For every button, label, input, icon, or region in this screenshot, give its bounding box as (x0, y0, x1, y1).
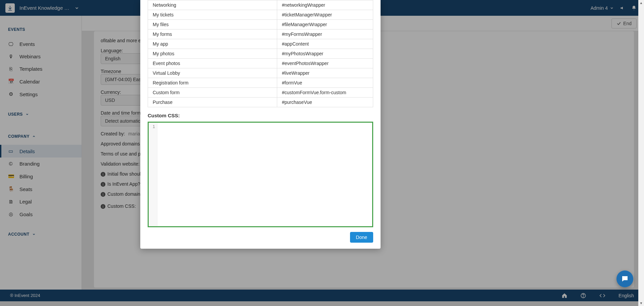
table-row: Registration form#formVue (148, 78, 373, 88)
table-cell-key: My photos (148, 49, 277, 59)
table-cell-key: My app (148, 39, 277, 49)
table-cell-key: Networking (148, 0, 277, 10)
table-cell-value: #formVue (277, 78, 373, 88)
table-cell-key: Purchase (148, 98, 277, 107)
editor-textarea[interactable] (157, 123, 372, 226)
table-cell-value: #appContent (277, 39, 373, 49)
done-button[interactable]: Done (350, 232, 373, 243)
table-row: Custom form#customFormVue.form-custom (148, 88, 373, 98)
css-editor[interactable]: 1 (148, 122, 373, 227)
table-row: My photos#myPhotosWrapper (148, 49, 373, 59)
scroll-up-arrow[interactable]: ▲ (638, 0, 644, 6)
table-cell-key: Custom form (148, 88, 277, 98)
table-cell-key: My forms (148, 29, 277, 39)
table-cell-key: Event photos (148, 59, 277, 68)
table-cell-value: #customFormVue.form-custom (277, 88, 373, 98)
table-cell-value: #myFormsWrapper (277, 29, 373, 39)
table-cell-key: Virtual Lobby (148, 68, 277, 78)
custom-css-heading: Custom CSS: (140, 107, 381, 122)
table-row: Purchase#purchaseVue (148, 98, 373, 107)
selectors-table: Networking#networkingWrapperMy tickets#t… (148, 0, 373, 107)
table-cell-value: #ticketManagerWrapper (277, 10, 373, 20)
table-cell-key: My files (148, 20, 277, 29)
table-cell-value: #purchaseVue (277, 98, 373, 107)
editor-gutter: 1 (149, 123, 157, 226)
table-cell-value: #eventPhotosWrapper (277, 59, 373, 68)
table-cell-key: Registration form (148, 78, 277, 88)
table-row: My tickets#ticketManagerWrapper (148, 10, 373, 20)
table-row: Networking#networkingWrapper (148, 0, 373, 10)
custom-css-modal: Networking#networkingWrapperMy tickets#t… (140, 0, 381, 249)
table-row: Event photos#eventPhotosWrapper (148, 59, 373, 68)
scroll-down-arrow[interactable]: ▼ (638, 300, 644, 306)
browser-scrollbar[interactable]: ▲ ▼ (638, 0, 644, 306)
table-row: My files#fileManagerWrapper (148, 20, 373, 29)
chat-widget[interactable] (616, 270, 633, 287)
table-row: Virtual Lobby#liveWrapper (148, 68, 373, 78)
table-cell-key: My tickets (148, 10, 277, 20)
table-cell-value: #fileManagerWrapper (277, 20, 373, 29)
table-cell-value: #networkingWrapper (277, 0, 373, 10)
table-cell-value: #myPhotosWrapper (277, 49, 373, 59)
table-row: My forms#myFormsWrapper (148, 29, 373, 39)
table-cell-value: #liveWrapper (277, 68, 373, 78)
table-row: My app#appContent (148, 39, 373, 49)
